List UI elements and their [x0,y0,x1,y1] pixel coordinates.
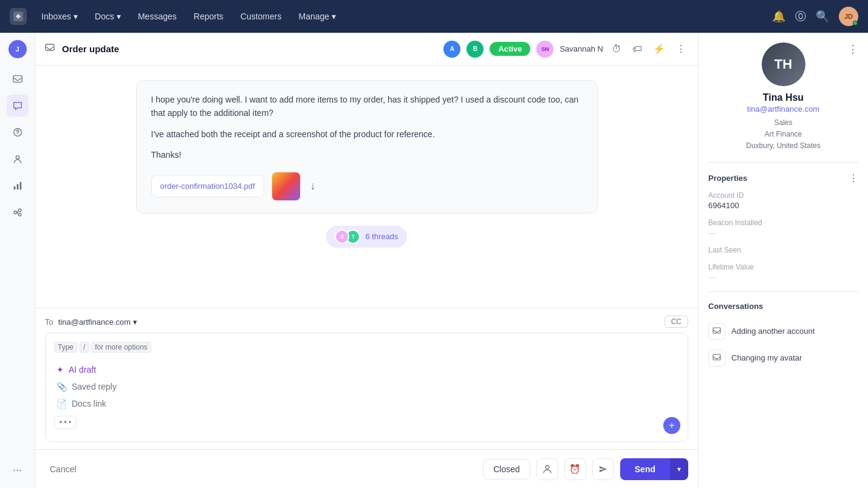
snooze-icon-btn[interactable]: ⏰ [564,458,586,480]
main-layout: J ··· Order update [0,33,868,488]
header-actions: A B Active SN Savannah N ⏱ 🏷 ⚡ ⋮ [443,41,688,58]
pdf-attachment[interactable]: order-confirmation1034.pdf [151,175,264,197]
help-icon[interactable]: ⓪ [795,9,806,24]
search-icon[interactable]: 🔍 [816,10,829,23]
nav-messages[interactable]: Messages [131,8,184,25]
conv-item-icon-1 [708,323,725,340]
svg-rect-7 [19,182,21,190]
more-options-icon[interactable]: ⋮ [674,41,688,57]
nav-customers[interactable]: Customers [233,8,289,25]
svg-point-10 [18,213,21,216]
ai-draft-icon: ✦ [56,365,64,374]
contact-header: ⋮ TH Tina Hsu tina@artfinance.com Sales … [708,42,858,163]
messages-area: I hope you're doing well. I want to add … [35,66,698,308]
lifetime-value: — [708,273,858,282]
label-icon[interactable]: 🏷 [630,41,644,57]
sidebar-item-contacts[interactable] [7,148,29,170]
docs-link-option[interactable]: 📄 Docs link [54,395,679,412]
conv-item-label-2: Changing my avatar [731,353,802,362]
nav-right-actions: 🔔 ⓪ 🔍 JD [772,7,858,26]
conversation-title: Order update [62,44,119,54]
properties-title: Properties [708,174,747,183]
svg-point-8 [14,211,17,214]
reply-box[interactable]: Type / for more options ✦ AI draft 📎 Sav… [45,333,688,442]
account-id-property: Account ID 6964100 [708,191,858,210]
contact-avatar: TH [762,42,805,86]
sidebar-item-help[interactable] [7,121,29,143]
svg-point-3 [17,135,18,135]
message-text: I hope you're doing well. I want to add … [151,93,583,162]
thread-avatars: S T [335,229,360,244]
ai-draft-option[interactable]: ✦ AI draft [54,361,679,378]
timer-icon[interactable]: ⏱ [609,41,624,57]
more-options-row: • • • [54,416,679,429]
slash-hint: / [80,342,89,353]
svg-rect-6 [16,184,18,189]
account-id-value: 6964100 [708,201,858,210]
status-badge[interactable]: Active [490,42,530,56]
lifetime-label: Lifetime Value [708,263,858,271]
user-avatar[interactable]: JD [839,7,858,26]
send-button-group: Send ▾ [620,458,688,480]
lifetime-value-property: Lifetime Value — [708,263,858,282]
saved-reply-option[interactable]: 📎 Saved reply [54,378,679,395]
agent-name: Savannah N [559,44,603,53]
conversations-section-header: Conversations [708,302,858,311]
sidebar-item-reports[interactable] [7,175,29,197]
send-dropdown-button[interactable]: ▾ [670,458,688,480]
account-id-label: Account ID [708,191,858,200]
sidebar-item-apps[interactable] [7,202,29,223]
contact-name: Tina Hsu [763,92,804,103]
nav-reports[interactable]: Reports [186,8,231,25]
conv-item-label-1: Adding another account [731,327,815,336]
sidebar-item-inbox[interactable] [7,68,29,90]
notifications-icon[interactable]: 🔔 [772,10,785,23]
conv-item-2[interactable]: Changing my avatar [708,345,858,371]
thread-indicator: S T 6 threads [72,226,661,248]
conv-item-1[interactable]: Adding another account [708,318,858,345]
add-content-button[interactable]: + [663,417,680,434]
svg-rect-5 [13,186,15,189]
reply-to-email[interactable]: tina@artfinance.com ▾ [58,317,137,327]
assign-icon-btn[interactable] [536,458,558,480]
attachments: order-confirmation1034.pdf ↓ [151,172,583,201]
conversation-header: Order update A B Active SN Savannah N ⏱ … [35,33,698,66]
send-later-icon-btn[interactable] [592,458,614,480]
saved-reply-icon: 📎 [56,382,67,391]
agent-avatar: SN [536,41,553,58]
sidebar-item-more[interactable]: ··· [7,459,29,481]
svg-point-9 [18,209,21,212]
last-seen-label: Last Seen [708,246,858,254]
nav-manage[interactable]: Manage ▾ [291,8,343,25]
sidebar-item-conversations[interactable] [7,95,29,117]
app-logo [10,8,27,25]
cc-button[interactable]: CC [665,316,688,328]
beacon-value: — [708,228,858,237]
sidebar-user-initial: J [9,40,27,58]
action-bar: Cancel Closed ⏰ Send ▾ [35,449,698,488]
nav-inboxes[interactable]: Inboxes ▾ [34,8,85,25]
closed-button[interactable]: Closed [483,459,530,480]
send-button[interactable]: Send [620,458,670,480]
beacon-property: Beacon Installed — [708,219,858,237]
nav-docs[interactable]: Docs ▾ [87,8,128,25]
lightning-icon[interactable]: ⚡ [651,41,668,57]
properties-more-icon[interactable]: ⋮ [849,172,858,184]
threads-button[interactable]: S T 6 threads [326,226,406,248]
message-bubble: I hope you're doing well. I want to add … [136,80,598,214]
assignee-avatar-2: B [466,41,484,58]
image-attachment[interactable] [272,172,301,201]
right-panel: ⋮ TH Tina Hsu tina@artfinance.com Sales … [698,33,868,488]
conv-item-icon-2 [708,350,725,367]
cancel-button[interactable]: Cancel [45,461,81,478]
more-options-badge[interactable]: • • • [54,416,77,429]
reply-container: To tina@artfinance.com ▾ CC Type / for m… [35,308,698,449]
conv-type-icon [45,43,55,55]
contact-email[interactable]: tina@artfinance.com [747,104,819,114]
top-navigation: Inboxes ▾ Docs ▾ Messages Reports Custom… [0,0,868,33]
download-icon[interactable]: ↓ [308,177,318,195]
contact-more-icon[interactable]: ⋮ [847,42,858,56]
online-indicator [853,21,858,25]
last-seen-property: Last Seen [708,246,858,254]
reply-placeholder: Type / for more options [54,342,679,351]
